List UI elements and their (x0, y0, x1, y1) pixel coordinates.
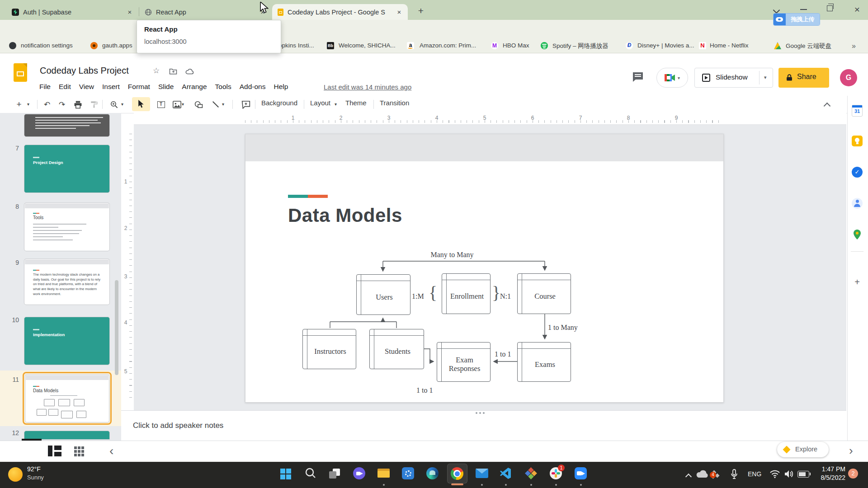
transition-button[interactable]: Transition (380, 99, 409, 107)
weather-sun-icon[interactable] (8, 467, 23, 482)
slide-thumbnail-7[interactable]: Project Design (24, 145, 110, 193)
print-icon[interactable] (72, 99, 83, 109)
window-minimize-button[interactable] (800, 9, 807, 10)
bookmark-item[interactable]: Home - Netflix (710, 42, 749, 50)
tab-close-icon[interactable]: × (395, 8, 403, 16)
bookmark-item[interactable]: Welcome, SHICHA... (339, 42, 396, 50)
line-caret-icon[interactable]: ▾ (222, 102, 224, 107)
select-tool-button[interactable] (132, 97, 150, 111)
notes-resize-handle[interactable] (476, 412, 477, 414)
new-slide-caret-icon[interactable]: ▾ (27, 102, 29, 107)
menu-arrange[interactable]: Arrange (178, 83, 211, 91)
add-addon-icon[interactable]: + (852, 277, 863, 287)
slides-profile-avatar[interactable]: G (840, 69, 857, 86)
text-box-icon[interactable]: T (156, 99, 166, 109)
layout-caret-icon[interactable]: ▾ (335, 102, 337, 107)
maps-icon[interactable] (852, 229, 863, 240)
speaker-notes-placeholder[interactable]: Click to add speaker notes (133, 421, 223, 430)
menu-slide[interactable]: Slide (154, 83, 178, 91)
file-explorer-icon[interactable] (377, 467, 390, 480)
contacts-icon[interactable] (852, 198, 863, 209)
slides-logo-icon[interactable] (14, 63, 27, 82)
paint-format-icon[interactable] (89, 99, 99, 109)
window-close-button[interactable]: × (851, 3, 863, 16)
zoom-app-icon[interactable] (575, 467, 587, 480)
bookmark-item[interactable]: Spotify – 网络播放器 (552, 42, 609, 50)
slide-thumbnail-10[interactable]: Implementation (24, 317, 110, 365)
weather-condition[interactable]: Sunny (27, 474, 44, 481)
menu-tools[interactable]: Tools (211, 83, 236, 91)
slide-thumbnail-6[interactable] (24, 114, 110, 137)
relation-1-m[interactable]: 1:M (412, 292, 424, 300)
relation-1-to-1-a[interactable]: 1 to 1 (495, 350, 511, 358)
menu-help[interactable]: Help (269, 83, 292, 91)
slide-thumbnail-8[interactable]: Tools (24, 202, 110, 251)
zoom-icon[interactable] (108, 99, 119, 109)
wifi-icon[interactable] (769, 470, 780, 480)
language-indicator[interactable]: ENG (748, 470, 761, 478)
mail-icon[interactable] (476, 469, 488, 481)
new-slide-button[interactable]: + (14, 99, 24, 109)
move-to-folder-icon[interactable] (169, 68, 177, 75)
tab-react-app[interactable]: React App × (140, 4, 271, 20)
bookmark-item[interactable]: Google 云端硬盘 (786, 42, 831, 50)
menu-insert[interactable]: Insert (98, 83, 124, 91)
share-button[interactable]: Share (778, 68, 829, 88)
chrome-icon[interactable] (451, 467, 463, 480)
window-restore-button[interactable] (827, 5, 833, 11)
bookmarks-overflow-chevron[interactable]: » (852, 42, 856, 50)
star-document-icon[interactable]: ☆ (153, 66, 160, 75)
menu-file[interactable]: File (35, 83, 55, 91)
entity-enrollment[interactable]: Enrollment (442, 273, 491, 314)
clock-date[interactable]: 8/5/2022 (816, 474, 845, 481)
slide-thumbnail-9[interactable]: The modern technology stack changes on a… (24, 258, 110, 305)
redo-icon[interactable]: ↷ (57, 99, 67, 109)
entity-course[interactable]: Course (517, 273, 571, 314)
layout-button[interactable]: Layout (310, 99, 330, 107)
onedrive-icon[interactable] (696, 470, 708, 480)
bookmark-item[interactable]: HBO Max (503, 42, 529, 50)
filmstrip-scrollbar[interactable] (115, 280, 118, 375)
taskbar-search-icon[interactable] (305, 467, 317, 480)
menu-edit[interactable]: Edit (55, 83, 75, 91)
relation-1-to-1-b[interactable]: 1 to 1 (416, 386, 433, 394)
tab-codeday-labs[interactable]: Codeday Labs Project - Google S × (272, 4, 408, 20)
slack-icon[interactable]: 1 (550, 467, 562, 480)
battery-icon[interactable] (797, 471, 809, 478)
entity-exam-responses[interactable]: Exam Responses (437, 342, 491, 382)
relation-n-1[interactable]: N:1 (500, 292, 511, 300)
bookmark-item[interactable]: Amazon.com: Prim... (420, 42, 476, 50)
start-button[interactable] (280, 469, 293, 481)
task-view-icon[interactable] (329, 469, 342, 481)
bookmark-item[interactable]: Disney+ | Movies a... (637, 42, 694, 50)
weather-temp[interactable]: 92°F (27, 465, 41, 473)
chevron-down-icon[interactable]: ▾ (764, 75, 767, 80)
shape-icon[interactable] (193, 99, 204, 109)
movies-tv-icon[interactable] (402, 467, 415, 480)
entity-users[interactable]: Users (356, 274, 410, 315)
relation-many-to-many[interactable]: Many to Many (420, 251, 484, 259)
entity-exams[interactable]: Exams (517, 342, 571, 382)
notification-count-badge[interactable]: 2 (848, 469, 858, 479)
meet-button[interactable]: ▾ (656, 68, 688, 88)
collapse-panel-chevron-icon[interactable]: ‹ (109, 444, 113, 458)
clock-time[interactable]: 1:47 PM (816, 465, 845, 473)
tasks-icon[interactable]: ✓ (852, 167, 863, 178)
calendar-icon[interactable]: 31 (852, 105, 863, 117)
diamond-app-icon[interactable] (525, 467, 538, 480)
grid-view-icon[interactable] (74, 446, 77, 449)
filmstrip-view-icon[interactable] (48, 446, 61, 456)
bookmark-item[interactable]: notification settings (21, 42, 73, 50)
tab-auth-supabase[interactable]: Auth | Supabase × (7, 4, 138, 20)
theme-button[interactable]: Theme (345, 99, 367, 107)
new-tab-button[interactable]: + (414, 5, 428, 18)
collapse-toolbar-chevron-icon[interactable] (825, 102, 830, 110)
vscode-icon[interactable] (500, 467, 512, 480)
undo-icon[interactable]: ↶ (42, 99, 52, 109)
menu-format[interactable]: Format (124, 83, 154, 91)
slide-thumbnail-12[interactable] (24, 431, 110, 440)
slide-thumbnail-11-selected[interactable]: Data Models (25, 374, 109, 422)
bookmark-item[interactable]: gauth.apps (102, 42, 132, 50)
slideshow-button[interactable]: Slideshow ▾ (694, 68, 773, 88)
menu-addons[interactable]: Add-ons (236, 83, 270, 91)
